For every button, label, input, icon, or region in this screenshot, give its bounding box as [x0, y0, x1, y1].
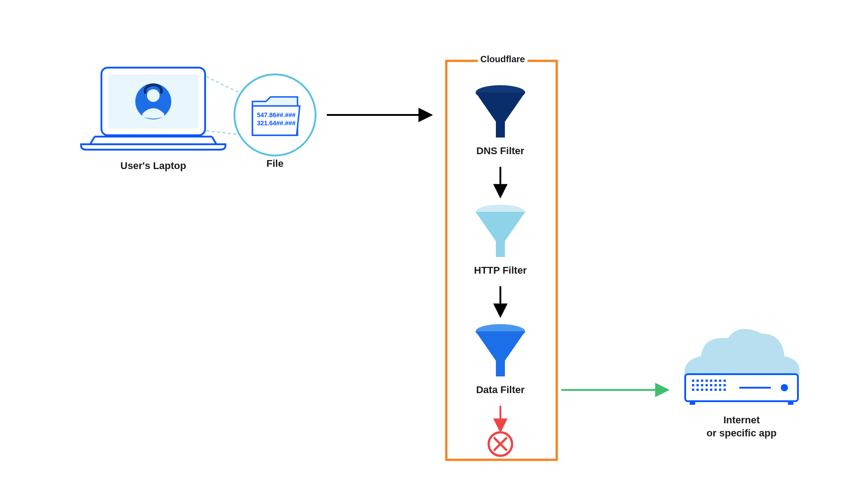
svg-rect-40 — [788, 401, 793, 405]
svg-rect-39 — [690, 401, 695, 405]
file-label: File — [252, 158, 298, 170]
folder-icon: 547.86##.### 321.64##.### — [252, 97, 300, 135]
svg-rect-30 — [696, 389, 699, 391]
data-filter-label: Data Filter — [469, 384, 532, 396]
internet-label-line1: Internet — [724, 414, 760, 426]
svg-rect-20 — [724, 380, 726, 382]
svg-rect-17 — [710, 380, 712, 382]
internet-label-line2: or specific app — [706, 427, 776, 439]
laptop-icon — [81, 68, 226, 150]
svg-rect-35 — [719, 389, 721, 391]
svg-point-38 — [781, 384, 788, 391]
svg-rect-29 — [692, 389, 694, 391]
svg-rect-16 — [705, 380, 708, 382]
dns-filter-label: DNS Filter — [469, 145, 532, 157]
funnel-light-icon — [476, 205, 525, 257]
svg-rect-19 — [719, 380, 721, 382]
file-line2: 321.64##.### — [257, 119, 296, 127]
svg-rect-31 — [701, 389, 703, 391]
svg-rect-32 — [705, 389, 708, 391]
svg-rect-13 — [692, 380, 694, 382]
svg-point-4 — [147, 89, 160, 102]
svg-rect-24 — [705, 384, 708, 386]
svg-rect-14 — [696, 380, 699, 382]
cloud-icon — [684, 329, 800, 379]
file-line1: 547.86##.### — [257, 111, 296, 119]
svg-rect-34 — [715, 389, 717, 391]
avatar-icon — [135, 83, 171, 119]
funnel-dark-icon — [476, 85, 525, 137]
svg-rect-18 — [715, 380, 717, 382]
funnel-blue-icon — [476, 324, 525, 376]
file-circle: 547.86##.### 321.64##.### — [234, 74, 316, 156]
http-filter-label: HTTP Filter — [469, 265, 532, 276]
cloudflare-label: Cloudflare — [478, 54, 527, 64]
server-icon — [685, 374, 798, 405]
svg-rect-28 — [724, 384, 726, 386]
svg-rect-25 — [710, 384, 712, 386]
laptop-label: User's Laptop — [108, 160, 198, 172]
x-circle-icon — [489, 432, 512, 456]
svg-rect-21 — [692, 384, 694, 386]
svg-rect-36 — [724, 389, 726, 391]
svg-rect-26 — [715, 384, 717, 386]
svg-rect-22 — [696, 384, 699, 386]
svg-rect-15 — [701, 380, 703, 382]
diagram-canvas: 547.86##.### 321.64##.### — [0, 0, 852, 504]
internet-label: Internet or specific app — [694, 414, 789, 440]
svg-rect-33 — [710, 389, 712, 391]
svg-rect-23 — [701, 384, 703, 386]
svg-rect-27 — [719, 384, 721, 386]
